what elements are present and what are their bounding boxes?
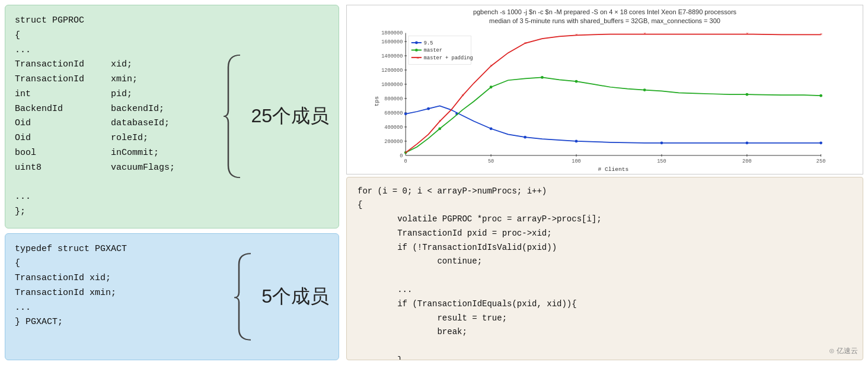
svg-text:×: × — [490, 64, 493, 68]
pgproc-brace-label: 25个成员 — [222, 14, 329, 220]
svg-text:×: × — [524, 41, 527, 46]
svg-point-43 — [438, 127, 441, 130]
svg-point-64 — [415, 49, 418, 52]
pgproc-member-count: 25个成员 — [251, 103, 329, 129]
svg-text:200000: 200000 — [384, 139, 403, 145]
svg-point-37 — [524, 136, 526, 139]
svg-point-34 — [427, 107, 430, 110]
pgxact-box: typedef struct PGXACT { TransactionId xi… — [5, 233, 339, 361]
pgproc-box: struct PGPROC { ... TransactionId xid; T… — [5, 5, 339, 228]
svg-text:200: 200 — [742, 158, 752, 164]
svg-text:×: × — [439, 119, 442, 123]
svg-text:150: 150 — [657, 158, 666, 164]
svg-text:×: × — [575, 33, 578, 37]
svg-point-40 — [745, 141, 748, 144]
code-box-tan-content: for (i = 0; i < arrayP->numProcs; i++) {… — [358, 185, 852, 361]
svg-text:×: × — [404, 150, 407, 155]
svg-text:1800000: 1800000 — [381, 30, 403, 36]
svg-point-61 — [415, 41, 418, 44]
svg-point-45 — [541, 76, 544, 79]
performance-chart: 0 200000 400000 600000 800000 1000000 12… — [347, 27, 863, 174]
svg-point-49 — [819, 94, 822, 97]
svg-text:×: × — [461, 93, 464, 98]
svg-point-44 — [490, 85, 493, 88]
svg-point-47 — [643, 88, 646, 91]
svg-text:250: 250 — [816, 158, 826, 164]
pgxact-member-count: 5个成员 — [261, 284, 329, 310]
left-panel: struct PGPROC { ... TransactionId xid; T… — [0, 0, 344, 365]
svg-text:# Clients: # Clients — [598, 166, 629, 173]
svg-point-48 — [745, 93, 748, 96]
right-panel: pgbench -s 1000 -j $n -c $n -M prepared … — [344, 0, 868, 365]
svg-text:800000: 800000 — [384, 96, 403, 102]
svg-text:600000: 600000 — [384, 110, 403, 116]
svg-text:50: 50 — [488, 158, 494, 164]
svg-text:master: master — [424, 47, 442, 53]
svg-text:1400000: 1400000 — [381, 53, 403, 59]
pgxact-code: typedef struct PGXACT { TransactionId xi… — [15, 242, 227, 352]
svg-point-46 — [575, 80, 578, 83]
svg-text:1000000: 1000000 — [381, 82, 403, 88]
svg-text:×: × — [746, 31, 749, 36]
svg-point-41 — [819, 141, 822, 144]
svg-text:×: × — [416, 56, 419, 61]
svg-text:tps: tps — [374, 96, 380, 106]
svg-point-36 — [490, 127, 493, 130]
pgxact-brace-label: 5个成员 — [233, 242, 329, 352]
svg-text:100: 100 — [572, 158, 581, 164]
svg-text:9.5: 9.5 — [424, 40, 433, 46]
svg-text:0: 0 — [400, 153, 403, 159]
svg-text:×: × — [643, 31, 646, 36]
svg-text:0: 0 — [404, 158, 407, 164]
svg-point-38 — [575, 139, 578, 142]
svg-point-33 — [404, 112, 407, 115]
svg-point-39 — [660, 141, 663, 144]
brace-icon — [222, 51, 246, 182]
svg-text:400000: 400000 — [384, 125, 403, 131]
watermark: ⊙ 亿速云 — [829, 346, 858, 356]
brace-icon-2 — [233, 249, 257, 344]
svg-text:1600000: 1600000 — [381, 39, 403, 45]
chart-area: pgbench -s 1000 -j $n -c $n -M prepared … — [346, 5, 863, 174]
svg-text:1200000: 1200000 — [381, 68, 403, 74]
svg-text:×: × — [820, 32, 823, 37]
pgproc-code: struct PGPROC { ... TransactionId xid; T… — [15, 14, 216, 220]
chart-title: pgbench -s 1000 -j $n -c $n -M prepared … — [347, 5, 863, 27]
svg-text:master + padding: master + padding — [424, 55, 473, 61]
